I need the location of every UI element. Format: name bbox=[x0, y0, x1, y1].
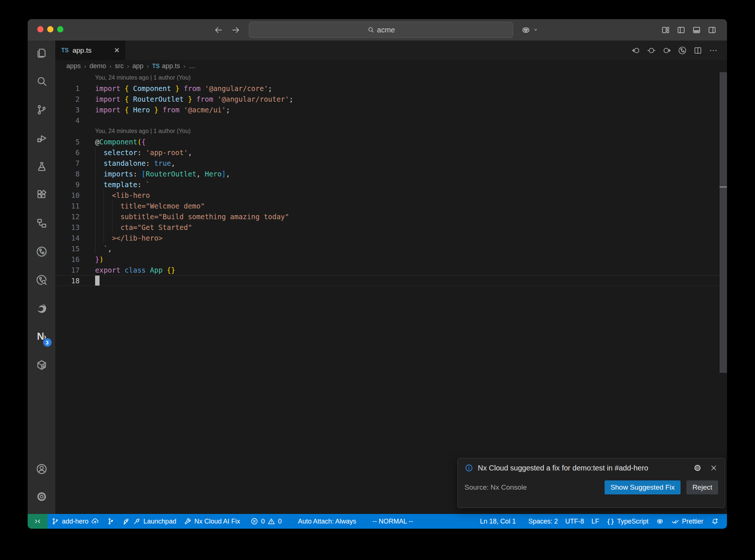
status-encoding[interactable]: UTF-8 bbox=[561, 514, 588, 529]
status-copilot-status[interactable] bbox=[652, 514, 668, 529]
code-line-9[interactable]: 9 template: ` bbox=[55, 179, 727, 190]
code-line-11[interactable]: 11 title="Welcmoe demo" bbox=[55, 200, 727, 211]
notification-settings-icon[interactable] bbox=[693, 463, 702, 472]
code-line-7[interactable]: 7 standalone: true, bbox=[55, 158, 727, 168]
indent-guide bbox=[104, 232, 104, 243]
code-line-4[interactable]: 4 bbox=[55, 115, 727, 126]
sidebar-item-search[interactable] bbox=[33, 73, 51, 90]
copilot-menu[interactable] bbox=[521, 19, 539, 41]
sidebar-item-testing[interactable] bbox=[33, 158, 51, 175]
command-center-search[interactable]: acme bbox=[249, 22, 513, 38]
line-content: import { Component } from '@angular/core… bbox=[95, 83, 727, 94]
code-editor[interactable]: You, 24 minutes ago | 1 author (You)1imp… bbox=[55, 72, 727, 514]
status-cursor-position[interactable]: Ln 18, Col 1 bbox=[476, 514, 519, 529]
code-line-12[interactable]: 12 subtitle="Build something amazing tod… bbox=[55, 211, 727, 222]
show-suggested-fix-button[interactable]: Show Suggested Fix bbox=[605, 480, 681, 494]
code-line-10[interactable]: 10 <lib-hero bbox=[55, 190, 727, 200]
more-actions-icon[interactable] bbox=[709, 46, 718, 55]
code-line-3[interactable]: 3import { Hero } from '@acme/ui'; bbox=[55, 104, 727, 115]
status-gitlens-commit[interactable] bbox=[103, 514, 118, 529]
breadcrumb-item-apps[interactable]: apps bbox=[66, 62, 81, 70]
toggle-panel-button[interactable] bbox=[692, 25, 701, 35]
status-nx-cloud-ai-fix[interactable]: Nx Cloud AI Fix bbox=[180, 514, 244, 529]
code-line-8[interactable]: 8 imports: [RouterOutlet, Hero], bbox=[55, 168, 727, 179]
indent-guide bbox=[104, 190, 104, 200]
sidebar-item-settings[interactable] bbox=[33, 488, 51, 505]
customize-layout-button[interactable] bbox=[661, 25, 670, 35]
code-line-6[interactable]: 6 selector: 'app-root', bbox=[55, 147, 727, 158]
status-indentation[interactable]: Spaces: 2 bbox=[525, 514, 561, 529]
code-line-15[interactable]: 15 `, bbox=[55, 243, 727, 254]
sidebar-item-explorer[interactable] bbox=[33, 44, 51, 62]
navigate-back-button[interactable] bbox=[214, 25, 223, 35]
timeline-icon[interactable] bbox=[647, 46, 656, 55]
line-number: 14 bbox=[55, 234, 80, 242]
code-line-2[interactable]: 2import { RouterOutlet } from '@angular/… bbox=[55, 94, 727, 104]
code-line-1[interactable]: 1import { Component } from '@angular/cor… bbox=[55, 83, 727, 94]
breadcrumb-separator: › bbox=[183, 63, 185, 70]
status-remote-indicator[interactable] bbox=[28, 514, 48, 529]
status-formatter[interactable]: Prettier bbox=[668, 514, 707, 529]
navigate-forward-button[interactable] bbox=[231, 25, 240, 35]
breadcrumb-item-app[interactable]: app bbox=[132, 62, 143, 70]
code-line-17[interactable]: 17export class App {} bbox=[55, 265, 727, 275]
status-problems[interactable]: 00 bbox=[247, 514, 285, 529]
git-blame-annotation[interactable]: You, 24 minutes ago | 1 author (You) bbox=[55, 72, 727, 83]
scrollbar[interactable] bbox=[720, 72, 727, 373]
close-tab-icon[interactable]: ✕ bbox=[114, 46, 120, 55]
toggle-secondary-sidebar-button[interactable] bbox=[707, 25, 717, 35]
sidebar-item-nx-console[interactable]: N›3 bbox=[33, 328, 51, 345]
status-eol[interactable]: LF bbox=[588, 514, 603, 529]
reject-button[interactable]: Reject bbox=[686, 480, 718, 494]
search-value: acme bbox=[377, 26, 395, 34]
indent-guide bbox=[112, 200, 112, 211]
split-editor-icon[interactable] bbox=[693, 46, 703, 55]
breadcrumb-item-appts[interactable]: TSapp.ts bbox=[152, 62, 180, 70]
breadcrumb-item-demo[interactable]: demo bbox=[90, 62, 106, 70]
minimize-window-button[interactable] bbox=[47, 26, 53, 32]
status-vim-mode[interactable]: -- NORMAL -- bbox=[369, 514, 417, 529]
bellDot-icon bbox=[711, 517, 719, 525]
code-line-5[interactable]: 5@Component({ bbox=[55, 136, 727, 147]
breadcrumb-item-src[interactable]: src bbox=[115, 62, 123, 70]
git-blame-annotation[interactable]: You, 24 minutes ago | 1 author (You) bbox=[55, 126, 727, 136]
line-content: selector: 'app-root', bbox=[95, 147, 727, 158]
sidebar-item-containers[interactable] bbox=[33, 356, 51, 374]
line-number: 11 bbox=[55, 202, 80, 210]
sidebar-item-type-hierarchy[interactable] bbox=[33, 214, 51, 232]
status-git-branch[interactable]: add-hero bbox=[48, 514, 103, 529]
sidebar-item-commit-graph[interactable] bbox=[33, 243, 51, 260]
indent-guide bbox=[112, 211, 112, 222]
code-line-13[interactable]: 13 cta="Get Started" bbox=[55, 222, 727, 232]
sidebar-item-source-control[interactable] bbox=[33, 101, 51, 118]
status-launchpad[interactable]: Launchpad bbox=[118, 514, 180, 529]
screen: { "title_bar": { "search_value": "acme",… bbox=[0, 0, 755, 560]
sidebar-item-accounts[interactable] bbox=[33, 460, 51, 477]
tab-app-ts[interactable]: TS app.ts ✕ bbox=[55, 41, 126, 60]
sidebar-item-extensions[interactable] bbox=[33, 186, 51, 203]
sidebar-item-commit-search[interactable] bbox=[33, 271, 51, 288]
code-line-18[interactable]: 18 bbox=[55, 275, 727, 286]
nav-forward-icon[interactable] bbox=[662, 46, 672, 55]
sidebar-item-browser-preview[interactable] bbox=[33, 300, 51, 317]
code-line-14[interactable]: 14 ></lib-hero> bbox=[55, 232, 727, 243]
close-window-button[interactable] bbox=[37, 26, 44, 32]
status-notifications-bell[interactable] bbox=[707, 514, 723, 529]
status-language-mode[interactable]: {}TypeScript bbox=[603, 514, 652, 529]
nav-back-icon[interactable] bbox=[631, 46, 641, 55]
indent-guide bbox=[95, 232, 95, 243]
breadcrumb-separator: › bbox=[109, 63, 112, 70]
code-line-16[interactable]: 16}) bbox=[55, 254, 727, 265]
breadcrumb: apps›demo›src›app›TSapp.ts›… bbox=[55, 60, 727, 72]
close-notification-icon[interactable] bbox=[709, 463, 718, 472]
zoom-window-button[interactable] bbox=[57, 26, 63, 32]
status-auto-attach[interactable]: Auto Attach: Always bbox=[294, 514, 360, 529]
toggle-primary-sidebar-button[interactable] bbox=[676, 25, 686, 35]
breadcrumb-item-[interactable]: … bbox=[189, 62, 195, 70]
status-label: 0 bbox=[278, 518, 282, 525]
line-number: 18 bbox=[55, 277, 80, 285]
search-icon bbox=[367, 26, 375, 34]
sidebar-item-run-and-debug[interactable] bbox=[33, 129, 51, 147]
commit-graph-icon[interactable] bbox=[678, 46, 687, 55]
line-content: standalone: true, bbox=[95, 158, 727, 168]
